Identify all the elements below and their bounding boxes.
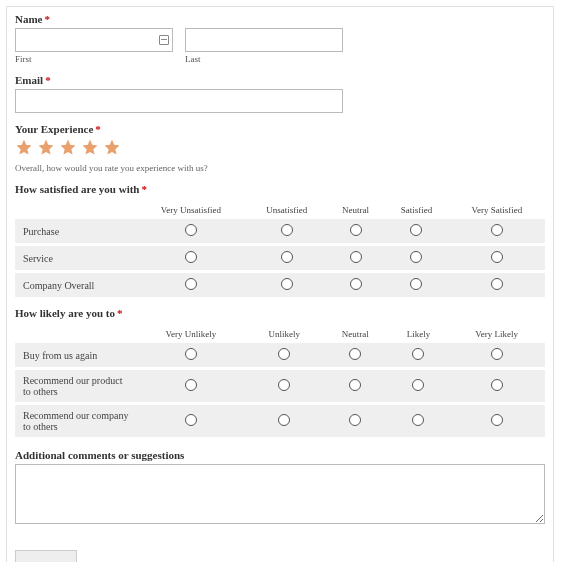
table-row: Service bbox=[15, 245, 545, 272]
satisfaction-matrix: Very Unsatisfied Unsatisfied Neutral Sat… bbox=[15, 201, 545, 297]
star-icon[interactable] bbox=[37, 138, 55, 158]
required-asterisk: * bbox=[45, 74, 51, 86]
experience-label: Your Experience* bbox=[15, 123, 545, 135]
radio-option[interactable] bbox=[281, 251, 293, 263]
radio-option[interactable] bbox=[491, 348, 503, 360]
table-row: Company Overall bbox=[15, 272, 545, 298]
star-icon[interactable] bbox=[59, 138, 77, 158]
radio-option[interactable] bbox=[412, 348, 424, 360]
radio-option[interactable] bbox=[185, 251, 197, 263]
row-label: Recommend our company to others bbox=[15, 404, 135, 438]
comments-textarea[interactable] bbox=[15, 464, 545, 524]
col-header: Neutral bbox=[322, 325, 389, 343]
email-label-text: Email bbox=[15, 74, 43, 86]
first-sublabel: First bbox=[15, 54, 173, 64]
radio-option[interactable] bbox=[412, 379, 424, 391]
col-header: Likely bbox=[388, 325, 448, 343]
name-field: Name* First Last bbox=[15, 13, 545, 64]
radio-option[interactable] bbox=[185, 379, 197, 391]
radio-option[interactable] bbox=[185, 414, 197, 426]
radio-option[interactable] bbox=[410, 251, 422, 263]
col-header: Unlikely bbox=[247, 325, 322, 343]
radio-option[interactable] bbox=[185, 278, 197, 290]
radio-option[interactable] bbox=[278, 348, 290, 360]
radio-option[interactable] bbox=[350, 251, 362, 263]
radio-option[interactable] bbox=[185, 224, 197, 236]
likelihood-section: How likely are you to* Very Unlikely Unl… bbox=[15, 307, 545, 437]
radio-option[interactable] bbox=[278, 414, 290, 426]
star-icon[interactable] bbox=[103, 138, 121, 158]
col-header: Very Unlikely bbox=[135, 325, 247, 343]
email-input[interactable] bbox=[15, 89, 343, 113]
radio-option[interactable] bbox=[491, 379, 503, 391]
star-icon[interactable] bbox=[81, 138, 99, 158]
experience-field: Your Experience* Overall, how would you … bbox=[15, 123, 545, 173]
required-asterisk: * bbox=[45, 13, 51, 25]
col-header: Unsatisfied bbox=[247, 201, 327, 219]
email-label: Email* bbox=[15, 74, 545, 86]
radio-option[interactable] bbox=[410, 224, 422, 236]
radio-option[interactable] bbox=[349, 379, 361, 391]
radio-option[interactable] bbox=[410, 278, 422, 290]
name-label-text: Name bbox=[15, 13, 43, 25]
row-label: Purchase bbox=[15, 219, 135, 245]
row-label: Buy from us again bbox=[15, 343, 135, 369]
radio-option[interactable] bbox=[281, 224, 293, 236]
table-row: Purchase bbox=[15, 219, 545, 245]
experience-help: Overall, how would you rate you experien… bbox=[15, 163, 545, 173]
table-row: Recommend our product to others bbox=[15, 369, 545, 404]
last-sublabel: Last bbox=[185, 54, 343, 64]
likelihood-label-text: How likely are you to bbox=[15, 307, 115, 319]
col-header: Very Unsatisfied bbox=[135, 201, 247, 219]
col-header: Very Likely bbox=[448, 325, 545, 343]
radio-option[interactable] bbox=[349, 414, 361, 426]
required-asterisk: * bbox=[117, 307, 123, 319]
col-header: Satisfied bbox=[384, 201, 449, 219]
row-label: Company Overall bbox=[15, 272, 135, 298]
radio-option[interactable] bbox=[491, 251, 503, 263]
star-rating[interactable] bbox=[15, 138, 545, 158]
row-label: Service bbox=[15, 245, 135, 272]
required-asterisk: * bbox=[141, 183, 147, 195]
table-row: Recommend our company to others bbox=[15, 404, 545, 438]
satisfaction-label-text: How satisfied are you with bbox=[15, 183, 139, 195]
satisfaction-section: How satisfied are you with* Very Unsatis… bbox=[15, 183, 545, 297]
form-container: Name* First Last Email* Your Experience* bbox=[6, 6, 554, 562]
comments-field: Additional comments or suggestions bbox=[15, 449, 545, 526]
submit-button[interactable]: Submit bbox=[15, 550, 77, 562]
radio-option[interactable] bbox=[412, 414, 424, 426]
radio-option[interactable] bbox=[491, 414, 503, 426]
radio-option[interactable] bbox=[491, 224, 503, 236]
email-field: Email* bbox=[15, 74, 545, 113]
row-label: Recommend our product to others bbox=[15, 369, 135, 404]
name-label: Name* bbox=[15, 13, 545, 25]
radio-option[interactable] bbox=[350, 224, 362, 236]
col-header: Very Satisfied bbox=[449, 201, 545, 219]
col-header: Neutral bbox=[327, 201, 384, 219]
experience-label-text: Your Experience bbox=[15, 123, 93, 135]
radio-option[interactable] bbox=[278, 379, 290, 391]
radio-option[interactable] bbox=[349, 348, 361, 360]
radio-option[interactable] bbox=[281, 278, 293, 290]
satisfaction-label: How satisfied are you with* bbox=[15, 183, 545, 195]
radio-option[interactable] bbox=[350, 278, 362, 290]
required-asterisk: * bbox=[95, 123, 101, 135]
likelihood-label: How likely are you to* bbox=[15, 307, 545, 319]
comments-label: Additional comments or suggestions bbox=[15, 449, 545, 461]
likelihood-matrix: Very Unlikely Unlikely Neutral Likely Ve… bbox=[15, 325, 545, 437]
radio-option[interactable] bbox=[491, 278, 503, 290]
radio-option[interactable] bbox=[185, 348, 197, 360]
contact-card-icon bbox=[159, 35, 169, 45]
last-name-input[interactable] bbox=[185, 28, 343, 52]
first-name-input[interactable] bbox=[15, 28, 173, 52]
table-row: Buy from us again bbox=[15, 343, 545, 369]
star-icon[interactable] bbox=[15, 138, 33, 158]
